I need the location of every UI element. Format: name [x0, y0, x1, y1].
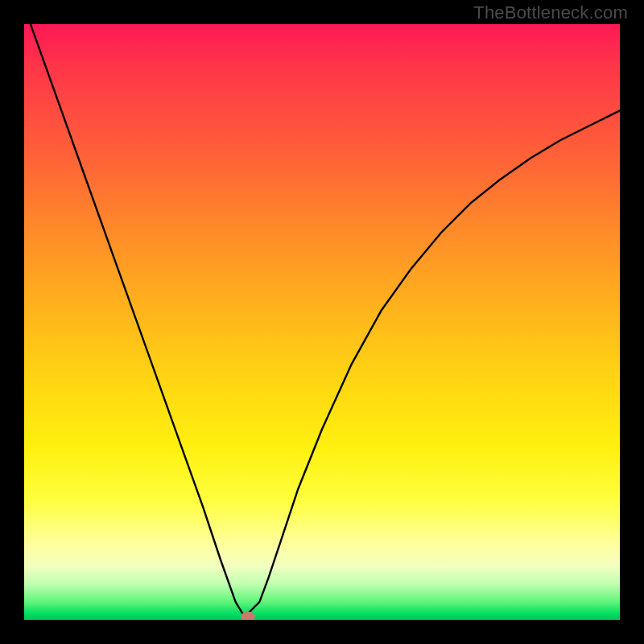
plot-area	[24, 24, 620, 620]
minimum-marker	[241, 612, 254, 620]
bottleneck-curve	[24, 24, 620, 620]
watermark-text: TheBottleneck.com	[473, 2, 628, 23]
